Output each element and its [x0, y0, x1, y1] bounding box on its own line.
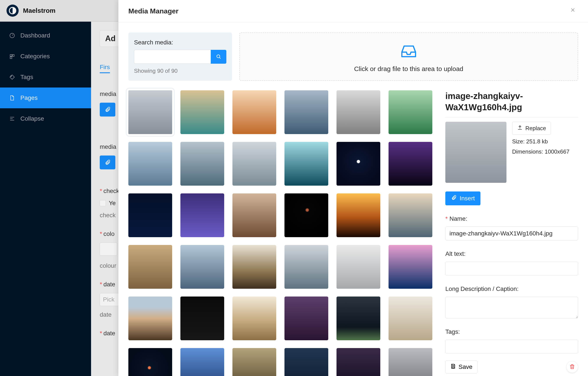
drawer-body: Search media: Showing 90 of 90 Click or … — [118, 22, 588, 376]
thumbnail[interactable] — [389, 348, 432, 376]
save-icon — [450, 364, 456, 371]
thumbnail[interactable] — [232, 245, 276, 289]
thumbnail[interactable] — [128, 90, 172, 134]
thumbnail[interactable] — [337, 142, 380, 186]
thumbnail[interactable] — [232, 296, 276, 340]
thumbnail[interactable] — [180, 245, 224, 289]
thumbnail[interactable] — [337, 296, 380, 340]
search-label: Search media: — [134, 39, 226, 46]
thumbnail[interactable] — [128, 348, 172, 376]
replace-label: Replace — [525, 125, 546, 132]
svg-point-6 — [217, 55, 220, 58]
drawer-title: Media Manager — [128, 7, 178, 15]
thumbnail[interactable] — [180, 348, 224, 376]
thumbnail-scroll[interactable] — [128, 90, 437, 376]
insert-label: Insert — [460, 195, 475, 202]
thumbnail[interactable] — [180, 142, 224, 186]
drawer-header: Media Manager — [118, 0, 588, 22]
caption-label: Long Description / Caption: — [445, 285, 519, 292]
thumbnail[interactable] — [284, 90, 328, 134]
thumbnail[interactable] — [128, 193, 172, 237]
tags-input[interactable] — [445, 340, 578, 354]
name-input[interactable] — [445, 227, 578, 240]
insert-button[interactable]: Insert — [445, 191, 480, 205]
caption-input[interactable] — [445, 297, 578, 318]
alt-label: Alt text: — [445, 250, 466, 257]
paperclip-icon — [451, 195, 457, 202]
media-manager-drawer: Media Manager Search media: Showing 90 o… — [118, 0, 588, 376]
inbox-icon — [400, 41, 418, 60]
thumbnail[interactable] — [180, 296, 224, 340]
divider — [445, 117, 578, 117]
thumbnail[interactable] — [389, 296, 432, 340]
upload-icon — [517, 125, 523, 132]
upload-text: Click or drag file to this area to uploa… — [354, 65, 463, 73]
thumbnail[interactable] — [232, 90, 276, 134]
search-input[interactable] — [134, 50, 211, 64]
search-panel: Search media: Showing 90 of 90 — [128, 32, 232, 81]
detail-filename: image-zhangkaiyv-WaX1Wg160h4.jpg — [445, 90, 578, 113]
thumbnail[interactable] — [180, 90, 224, 134]
thumbnail[interactable] — [232, 193, 276, 237]
thumbnail[interactable] — [337, 193, 380, 237]
thumbnail[interactable] — [389, 245, 432, 289]
thumbnail[interactable] — [232, 348, 276, 376]
detail-panel: image-zhangkaiyv-WaX1Wg160h4.jpg Replace… — [445, 90, 578, 376]
close-button[interactable] — [570, 7, 578, 15]
thumbnail[interactable] — [389, 142, 432, 186]
search-button[interactable] — [211, 50, 226, 64]
thumbnail[interactable] — [180, 193, 224, 237]
alt-input[interactable] — [445, 262, 578, 275]
thumbnail[interactable] — [389, 193, 432, 237]
tags-label: Tags: — [445, 328, 460, 335]
thumbnail[interactable] — [337, 245, 380, 289]
dimensions-line: Dimensions: 1000x667 — [512, 148, 570, 155]
save-button[interactable]: Save — [445, 360, 478, 373]
thumbnail[interactable] — [284, 193, 328, 237]
trash-icon — [569, 364, 575, 370]
thumbnail[interactable] — [128, 245, 172, 289]
name-label: Name: — [449, 215, 467, 222]
thumbnail[interactable] — [232, 142, 276, 186]
thumbnail[interactable] — [284, 245, 328, 289]
thumbnail[interactable] — [284, 296, 328, 340]
size-line: Size: 251.8 kb — [512, 138, 570, 145]
replace-button[interactable]: Replace — [512, 122, 551, 135]
thumbnail[interactable] — [337, 90, 380, 134]
preview-image — [445, 122, 506, 183]
thumbnail[interactable] — [128, 142, 172, 186]
search-status: Showing 90 of 90 — [134, 68, 226, 74]
search-icon — [216, 53, 222, 60]
thumbnail[interactable] — [284, 142, 328, 186]
thumbnail[interactable] — [128, 296, 172, 340]
thumbnail[interactable] — [284, 348, 328, 376]
thumbnail[interactable] — [389, 90, 432, 134]
save-label: Save — [458, 364, 472, 370]
svg-rect-7 — [452, 366, 454, 368]
upload-dropzone[interactable]: Click or drag file to this area to uploa… — [239, 32, 578, 81]
thumbnail-grid — [128, 90, 437, 376]
delete-button[interactable] — [566, 361, 578, 373]
thumbnail[interactable] — [337, 348, 380, 376]
